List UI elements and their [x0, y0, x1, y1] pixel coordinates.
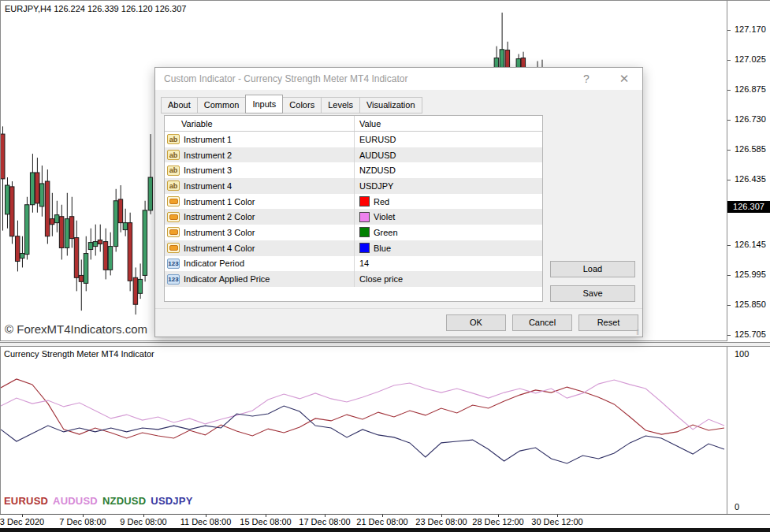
- param-row[interactable]: 123Indicator Period14: [165, 256, 542, 272]
- table-header-value: Value: [355, 116, 542, 131]
- date-tick-label: 9 Dec 08:00: [120, 517, 166, 526]
- axis-min-label: 0: [735, 502, 739, 512]
- candle: [54, 201, 58, 233]
- param-row[interactable]: abInstrument 1EURUSD: [165, 132, 542, 147]
- help-button[interactable]: ?: [573, 68, 600, 90]
- candle: [15, 221, 19, 272]
- candle: [123, 209, 127, 236]
- price-tick: [727, 335, 731, 336]
- help-icon: ?: [583, 73, 590, 85]
- param-value: NZDUSD: [359, 166, 396, 175]
- color-param-icon: [167, 243, 180, 253]
- candle: [5, 177, 9, 229]
- param-name-cell: Instrument 4 Color: [165, 240, 355, 256]
- dialog-tab-bar: AboutCommonInputsColorsLevelsVisualizati…: [161, 95, 422, 113]
- param-row[interactable]: 123Indicator Applied PriceClose price: [165, 271, 542, 287]
- date-tick-label: 30 Dec 12:00: [531, 517, 582, 526]
- candle: [59, 205, 63, 260]
- param-row[interactable]: abInstrument 3NZDUSD: [165, 162, 542, 178]
- series-usdjpy: [1, 406, 724, 463]
- candle: [88, 229, 92, 260]
- tab-levels[interactable]: Levels: [321, 97, 360, 113]
- load-button[interactable]: Load: [550, 261, 635, 277]
- param-value-cell[interactable]: Blue: [355, 240, 542, 256]
- price-tick: [727, 245, 731, 246]
- tab-common[interactable]: Common: [197, 97, 247, 113]
- param-value-cell[interactable]: Red: [355, 194, 542, 210]
- candle: [93, 225, 97, 256]
- param-value: Green: [374, 228, 398, 237]
- candle: [39, 166, 43, 217]
- cancel-button[interactable]: Cancel: [512, 314, 572, 331]
- price-tick-label: 126.435: [735, 174, 766, 184]
- param-row[interactable]: Instrument 1 ColorRed: [165, 194, 542, 210]
- param-name-cell: 123Indicator Applied Price: [165, 271, 355, 287]
- candle: [9, 181, 13, 244]
- candle: [65, 193, 69, 256]
- param-name-cell: abInstrument 4: [165, 178, 355, 194]
- price-axis: 126.307 127.170127.025126.875126.730126.…: [727, 0, 770, 342]
- string-param-icon: ab: [167, 166, 180, 176]
- axis-max-label: 100: [735, 349, 749, 359]
- param-row[interactable]: abInstrument 4USDJPY: [165, 178, 542, 194]
- price-tick: [727, 305, 731, 306]
- close-button[interactable]: ✕: [611, 68, 638, 90]
- string-param-icon: ab: [167, 150, 180, 160]
- param-name: Instrument 3: [184, 166, 232, 175]
- param-name: Instrument 2: [184, 151, 232, 160]
- candle: [103, 229, 107, 280]
- param-value: 14: [359, 259, 369, 268]
- save-button[interactable]: Save: [550, 285, 635, 302]
- indicator-panel: Currency Strength Meter MT4 Indicator EU…: [0, 347, 727, 514]
- legend-item-nzdusd: NZDUSD: [102, 495, 146, 507]
- param-name: Instrument 1 Color: [184, 197, 255, 206]
- date-tick-label: 7 Dec 08:00: [59, 517, 106, 526]
- candle: [35, 158, 39, 213]
- param-value-cell[interactable]: AUDUSD: [355, 147, 542, 163]
- candle: [113, 189, 117, 252]
- ok-button[interactable]: OK: [446, 314, 506, 331]
- color-swatch: [359, 227, 370, 237]
- candle: [45, 169, 49, 244]
- price-tick: [727, 30, 731, 31]
- series-audusd: [1, 380, 724, 430]
- candle: [138, 263, 142, 299]
- param-row[interactable]: abInstrument 2AUDUSD: [165, 147, 542, 163]
- resize-grip[interactable]: ‖: [636, 329, 640, 337]
- candle: [98, 225, 102, 252]
- param-name: Indicator Applied Price: [184, 274, 270, 284]
- param-value-cell[interactable]: Green: [355, 225, 542, 240]
- price-tick-label: 127.025: [735, 54, 766, 64]
- price-tick: [727, 120, 731, 121]
- parameters-table[interactable]: VariableValueabInstrument 1EURUSDabInstr…: [164, 115, 543, 302]
- param-row[interactable]: Instrument 2 ColorViolet: [165, 209, 542, 225]
- param-value-cell[interactable]: NZDUSD: [355, 162, 542, 178]
- chart-title: EURJPY,H4 126.224 126.339 126.120 126.30…: [5, 4, 186, 13]
- param-value-cell[interactable]: EURUSD: [355, 132, 542, 147]
- param-value-cell[interactable]: USDJPY: [355, 178, 542, 194]
- tab-inputs[interactable]: Inputs: [245, 95, 283, 113]
- dialog-footer: OK Cancel Reset ‖: [155, 308, 642, 338]
- date-tick-label: 28 Dec 12:00: [472, 517, 523, 526]
- tab-colors[interactable]: Colors: [282, 97, 322, 113]
- tab-visualization[interactable]: Visualization: [359, 97, 422, 113]
- param-value-cell[interactable]: Close price: [355, 271, 542, 287]
- param-row[interactable]: Instrument 4 ColorBlue: [165, 240, 542, 256]
- candle: [84, 236, 87, 292]
- date-tick-label: 21 Dec 08:00: [356, 517, 407, 526]
- reset-button[interactable]: Reset: [578, 314, 638, 331]
- indicator-title: Currency Strength Meter MT4 Indicator: [4, 349, 154, 359]
- tab-about[interactable]: About: [161, 97, 198, 113]
- param-value: AUDUSD: [359, 151, 396, 160]
- param-name-cell: Instrument 1 Color: [165, 194, 355, 210]
- param-value-cell[interactable]: 14: [355, 256, 542, 272]
- candle: [20, 236, 24, 268]
- candle: [69, 197, 73, 248]
- price-tick-label: 125.705: [735, 329, 766, 339]
- param-value: EURUSD: [359, 135, 396, 144]
- param-row[interactable]: Instrument 3 ColorGreen: [165, 225, 542, 240]
- color-param-icon: [167, 196, 180, 206]
- param-value-cell[interactable]: Violet: [355, 209, 542, 225]
- dialog-titlebar[interactable]: Custom Indicator - Currency Strength Met…: [155, 68, 642, 90]
- candle: [24, 197, 28, 260]
